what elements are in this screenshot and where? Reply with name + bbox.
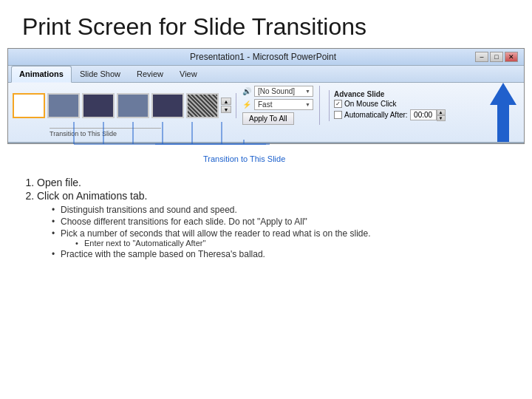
bullet-1: Distinguish transitions and sound and sp…: [52, 205, 510, 215]
auto-after-label: Automatically After:: [344, 111, 408, 119]
slide-thumb-4[interactable]: [117, 93, 149, 118]
bullet-4: Practice with the sample based on Theres…: [52, 249, 510, 259]
time-spin: ▲ ▼: [437, 109, 446, 121]
speed-dropdown[interactable]: Fast: [254, 99, 313, 110]
instruction-area: Open file. Click on Animations tab. Dist…: [0, 171, 532, 264]
instruction-1: Open file.: [37, 177, 510, 188]
on-mouse-click-checkbox[interactable]: [334, 100, 342, 108]
ribbon-content: ▲ ▼ 🔊 [No Sound] ⚡ Fast Apply To: [8, 83, 524, 143]
time-input[interactable]: 00:00: [410, 109, 437, 120]
maximize-button[interactable]: □: [490, 52, 503, 62]
slide-thumb-1[interactable]: [13, 93, 45, 118]
instruction-2: Click on Animations tab.: [37, 190, 510, 202]
spin-down-button[interactable]: ▼: [437, 115, 446, 121]
thumb-scroll: ▲ ▼: [221, 98, 231, 113]
apply-to-all-button[interactable]: Apply To All: [242, 112, 294, 125]
advance-slide-panel: Advance Slide On Mouse Click Automatical…: [329, 90, 446, 121]
arrow-head-icon: [490, 83, 516, 105]
slide-thumbnails: ▲ ▼: [13, 93, 236, 118]
page-title: Print Screen for Slide Transitions: [0, 0, 532, 48]
ppt-titlebar-controls: – □ ✕: [475, 52, 518, 62]
sub-bullet-list: Enter next to "Automatically After": [75, 239, 510, 248]
tab-review[interactable]: Review: [129, 66, 171, 82]
ribbon-tabs: Animations Slide Show Review View: [8, 66, 524, 83]
bullet-3: Pick a number of seconds that will allow…: [52, 228, 510, 248]
bullet-2: Choose different transitions for each sl…: [52, 216, 510, 227]
slide-thumb-2[interactable]: [47, 93, 80, 118]
slide-thumb-5[interactable]: [151, 93, 184, 118]
transition-annotation-label: Transition to This Slide: [203, 154, 285, 163]
slide-thumb-6[interactable]: [186, 93, 219, 118]
spin-up-button[interactable]: ▲: [437, 109, 446, 115]
scroll-up-button[interactable]: ▲: [221, 98, 231, 105]
auto-after-row: Automatically After: 00:00 ▲ ▼: [334, 109, 446, 121]
minimize-button[interactable]: –: [475, 52, 488, 62]
sound-dropdown[interactable]: [No Sound]: [254, 86, 313, 97]
ordered-list: Open file. Click on Animations tab.: [37, 177, 510, 202]
slide-thumb-3[interactable]: [82, 93, 115, 118]
close-button[interactable]: ✕: [505, 52, 518, 62]
sub-bullet-1: Enter next to "Automatically After": [75, 239, 510, 248]
ppt-window: Presentation1 - Microsoft PowerPoint – □…: [7, 48, 525, 144]
scroll-down-button[interactable]: ▼: [221, 106, 231, 113]
big-arrow-container: [490, 83, 516, 142]
ppt-titlebar: Presentation1 - Microsoft PowerPoint – □…: [8, 49, 524, 66]
tab-animations[interactable]: Animations: [11, 66, 72, 83]
tab-view[interactable]: View: [171, 66, 205, 82]
auto-after-checkbox[interactable]: [334, 111, 342, 119]
on-mouse-click-row: On Mouse Click: [334, 100, 446, 108]
transition-section-label: Transition to This Slide: [50, 128, 161, 137]
on-mouse-click-label: On Mouse Click: [344, 100, 397, 108]
advance-slide-label: Advance Slide: [334, 90, 446, 98]
bullet-list: Distinguish transitions and sound and sp…: [52, 205, 510, 259]
ppt-titlebar-text: Presentation1 - Microsoft PowerPoint: [51, 52, 475, 62]
arrow-body: [497, 105, 509, 142]
tab-slideshow[interactable]: Slide Show: [72, 66, 129, 82]
annotation-area: Transition to This Slide: [7, 144, 525, 171]
